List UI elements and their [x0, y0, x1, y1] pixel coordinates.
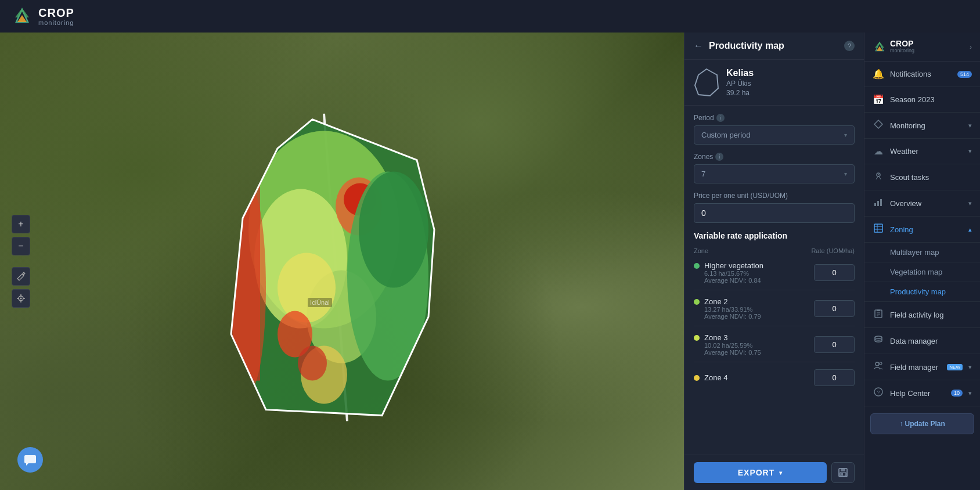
- zone-rate-input[interactable]: [814, 336, 855, 353]
- grid-icon: [874, 224, 883, 233]
- svg-point-51: [880, 362, 882, 365]
- location-button[interactable]: [12, 289, 30, 308]
- sidebar-item-help-center[interactable]: ? Help Center 10 ▾: [864, 380, 980, 406]
- field-log-icon: [874, 309, 883, 318]
- zoom-in-button[interactable]: +: [12, 215, 30, 233]
- field-info: Kelias AP Ūkis 39.2 ha: [684, 60, 864, 106]
- svg-rect-48: [877, 309, 880, 311]
- database-icon: [873, 335, 884, 347]
- chat-button[interactable]: [17, 447, 43, 473]
- chat-icon: [24, 453, 37, 466]
- sub-item-multilayer-map[interactable]: Multilayer map: [864, 243, 980, 262]
- sidebar-item-season[interactable]: 📅 Season 2023: [864, 87, 980, 113]
- sidebar-item-data-manager[interactable]: Data manager: [864, 328, 980, 354]
- sidebar-item-weather[interactable]: ☁ Weather ▾: [864, 139, 980, 164]
- sidebar-item-overview[interactable]: Overview ▾: [864, 190, 980, 217]
- notifications-badge: 514: [957, 71, 972, 78]
- field-overlay: [208, 114, 452, 421]
- svg-rect-40: [874, 224, 882, 232]
- zone-info: Higher vegetation 6.13 ha/15.67% Average…: [704, 261, 763, 284]
- bar-chart-icon: [874, 197, 883, 207]
- chevron-down-icon: ▾: [968, 363, 972, 371]
- zone-rate-input[interactable]: [814, 264, 855, 281]
- help-icon[interactable]: ?: [844, 41, 855, 51]
- map-label: IciŪnal: [308, 298, 332, 307]
- field-details: Kelias AP Ūkis 39.2 ha: [726, 68, 754, 97]
- sidebar-monitoring-label: monitoring: [890, 48, 914, 54]
- svg-rect-38: [877, 201, 879, 206]
- field-name: Kelias: [726, 68, 754, 78]
- field-org: AP Ūkis: [726, 80, 754, 88]
- sidebar-item-field-activity-log[interactable]: Field activity log: [864, 302, 980, 328]
- chevron-down-icon: ▾: [968, 147, 972, 155]
- sidebar-logo: CROP monitoring: [873, 39, 914, 54]
- sidebar-item-field-manager[interactable]: Field manager NEW ▾: [864, 354, 980, 380]
- period-info-icon[interactable]: i: [716, 114, 725, 122]
- sidebar-item-label: Notifications: [890, 70, 952, 78]
- zone-stats: 10.02 ha/25.59%: [704, 342, 761, 349]
- bell-icon: 🔔: [873, 69, 884, 80]
- zone-item: Zone 3 10.02 ha/25.59% Average NDVI: 0.7…: [694, 333, 855, 362]
- sub-item-vegetation-map[interactable]: Vegetation map: [864, 262, 980, 282]
- chevron-up-icon: ▴: [968, 226, 972, 233]
- chevron-down-icon: ▾: [968, 390, 972, 397]
- sidebar-item-label: Monitoring: [890, 121, 963, 130]
- logo-text: CROP monitoring: [38, 6, 74, 26]
- save-button[interactable]: [831, 462, 855, 483]
- back-button[interactable]: ←: [694, 41, 703, 51]
- sidebar-item-label: Weather: [890, 147, 963, 156]
- form-section: Period i Custom period ▾ Zones i 7 ▾: [684, 106, 864, 231]
- zone-ndvi: Average NDVI: 0.75: [704, 349, 761, 356]
- sidebar-collapse-chevron[interactable]: ›: [970, 43, 972, 51]
- field-svg: [208, 114, 452, 421]
- export-button[interactable]: EXPORT ▾: [694, 462, 827, 483]
- app-header: CROP monitoring: [0, 0, 980, 33]
- svg-rect-30: [841, 473, 843, 475]
- zone-info: Zone 3 10.02 ha/25.59% Average NDVI: 0.7…: [704, 333, 761, 356]
- zones-select[interactable]: 7 ▾: [694, 164, 855, 183]
- update-plan-button[interactable]: ↑ Update Plan: [870, 413, 974, 434]
- sidebar-crop-label: CROP: [890, 39, 914, 48]
- period-select[interactable]: Custom period ▾: [694, 125, 855, 145]
- sidebar-item-notifications[interactable]: 🔔 Notifications 514: [864, 62, 980, 87]
- monitoring-icon: [873, 120, 884, 131]
- users-icon: [874, 361, 883, 370]
- svg-marker-34: [874, 120, 882, 128]
- sidebar-item-label: Season 2023: [890, 95, 972, 104]
- zone-info: Zone 2 13.27 ha/33.91% Average NDVI: 0.7…: [704, 297, 761, 320]
- zone-dot: [694, 375, 700, 381]
- field-size: 39.2 ha: [726, 89, 754, 97]
- export-label: EXPORT: [738, 468, 775, 477]
- svg-point-50: [875, 362, 879, 366]
- svg-marker-26: [695, 69, 718, 96]
- sidebar-header: CROP monitoring ›: [864, 33, 980, 62]
- zone-row: Higher vegetation 6.13 ha/15.67% Average…: [694, 261, 855, 284]
- zone-rate-input[interactable]: [814, 369, 855, 386]
- calendar-icon: 📅: [873, 94, 884, 105]
- map-controls: + −: [12, 215, 30, 308]
- main-content: IciŪnal + −: [0, 33, 980, 490]
- sidebar-item-label: Data manager: [890, 337, 972, 345]
- sub-item-productivity-map[interactable]: Productivity map: [864, 282, 980, 302]
- zone-rate-input[interactable]: [814, 300, 855, 317]
- zones-chevron-icon: ▾: [844, 171, 847, 177]
- zones-info-icon[interactable]: i: [715, 153, 723, 161]
- zoom-out-button[interactable]: −: [12, 237, 30, 255]
- map-area[interactable]: IciŪnal + −: [0, 33, 684, 490]
- zone-stats: 6.13 ha/15.67%: [704, 270, 763, 277]
- productivity-panel: ← Productivity map ? Kelias AP Ūkis 39.2…: [684, 33, 864, 490]
- chevron-down-icon: ▾: [968, 200, 972, 207]
- chevron-down-icon: ▾: [844, 132, 847, 138]
- price-input[interactable]: 0: [694, 203, 855, 223]
- sidebar-item-zoning[interactable]: Zoning ▴: [864, 217, 980, 243]
- zones-row: Zones i 7 ▾: [694, 153, 855, 183]
- vra-header: Zone Rate (UOM/ha): [694, 247, 855, 254]
- sub-item-label: Multilayer map: [890, 248, 939, 257]
- sidebar-item-scout-tasks[interactable]: Scout tasks: [864, 164, 980, 190]
- overview-icon: [873, 197, 884, 209]
- vra-title: Variable rate application: [694, 231, 855, 240]
- sidebar-item-monitoring[interactable]: Monitoring ▾: [864, 113, 980, 139]
- clipboard-icon: [873, 309, 884, 320]
- draw-tool-button[interactable]: [12, 267, 30, 286]
- zone-ndvi: Average NDVI: 0.79: [704, 313, 761, 320]
